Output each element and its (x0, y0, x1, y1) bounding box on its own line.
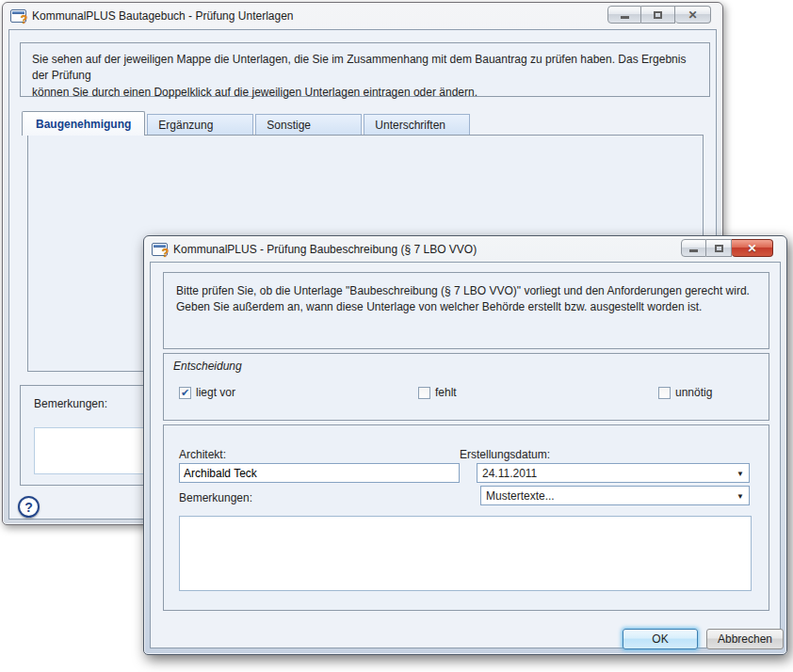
mustertexte-value: Mustertexte... (486, 489, 555, 503)
help-icon: ? (24, 500, 33, 515)
maximize-icon (654, 11, 662, 19)
architekt-input[interactable] (179, 463, 460, 483)
erstellungsdatum-label: Erstellungsdatum: (460, 448, 550, 461)
checkbox-unnoetig[interactable]: unnötig (658, 386, 712, 399)
entscheidung-group: Entscheidung ✔ liegt vor fehlt unnötig (163, 353, 769, 421)
checkbox-liegt-vor[interactable]: ✔ liegt vor (179, 386, 235, 399)
maximize-button[interactable] (641, 6, 675, 24)
minimize-button[interactable] (607, 6, 641, 24)
minimize-icon (621, 16, 629, 19)
cancel-button[interactable]: Abbrechen (706, 629, 784, 649)
app-icon: ? (152, 243, 168, 256)
checkbox-label: liegt vor (196, 386, 235, 399)
main-window-title: KommunalPLUS Bautagebuch - Prüfung Unter… (32, 9, 294, 23)
dialog-titlebar[interactable]: ? KommunalPLUS - Prüfung Baubeschreibung… (144, 236, 786, 262)
erstellungsdatum-combobox[interactable]: 24.11.2011 ▼ (477, 463, 750, 483)
tab-ergaenzung[interactable]: Ergänzung (147, 114, 253, 135)
checkbox-fehlt[interactable]: fehlt (418, 386, 457, 399)
erstellungsdatum-value: 24.11.2011 (482, 467, 537, 480)
architekt-label: Architekt: (179, 448, 226, 461)
app-icon: ? (10, 9, 26, 23)
tab-unterschriften[interactable]: Unterschriften (364, 114, 470, 135)
fields-group: Architekt: Erstellungsdatum: 24.11.2011 … (163, 424, 769, 611)
info-panel: Sie sehen auf der jeweiligen Mappe die U… (20, 42, 710, 97)
mustertexte-combobox[interactable]: Mustertexte... ▼ (480, 486, 750, 505)
bemerkungen-textarea[interactable] (179, 516, 752, 591)
restore-icon (715, 245, 723, 252)
main-titlebar[interactable]: ? KommunalPLUS Bautagebuch - Prüfung Unt… (3, 3, 722, 29)
checkbox-unchecked-icon (658, 387, 671, 399)
checkbox-checked-icon: ✔ (179, 387, 191, 399)
minimize-button[interactable] (681, 239, 706, 257)
dialog-message: Bitte prüfen Sie, ob die Unterlage "Baub… (163, 272, 769, 349)
minimize-icon (689, 249, 698, 252)
tab-baugenehmigung[interactable]: Baugenehmigung (22, 111, 145, 136)
help-button[interactable]: ? (18, 496, 40, 518)
tab-sonstige[interactable]: Sonstige (255, 114, 362, 135)
close-button[interactable]: ✕ (675, 6, 711, 24)
dialog-title: KommunalPLUS - Prüfung Baubeschreibung (… (173, 243, 477, 256)
close-icon: ✕ (688, 8, 697, 22)
chevron-down-icon: ▼ (736, 470, 744, 478)
app-icon-question: ? (21, 14, 27, 25)
tab-strip: Baugenehmigung Ergänzung Sonstige Unters… (22, 111, 470, 136)
entscheidung-label: Entscheidung (173, 360, 242, 373)
pruefung-dialog: ? KommunalPLUS - Prüfung Baubeschreibung… (143, 235, 787, 655)
chevron-down-icon: ▼ (736, 492, 744, 501)
restore-button[interactable] (706, 239, 732, 257)
close-button[interactable]: ✕ (732, 239, 773, 257)
checkbox-label: fehlt (435, 386, 457, 399)
app-icon-question: ? (162, 248, 169, 259)
bemerkungen-label: Bemerkungen: (179, 491, 252, 504)
checkbox-label: unnötig (675, 386, 712, 399)
checkbox-unchecked-icon (418, 387, 430, 399)
close-icon: ✕ (747, 242, 756, 255)
bemerkungen-label: Bemerkungen: (34, 397, 107, 410)
ok-button[interactable]: OK (623, 629, 698, 649)
